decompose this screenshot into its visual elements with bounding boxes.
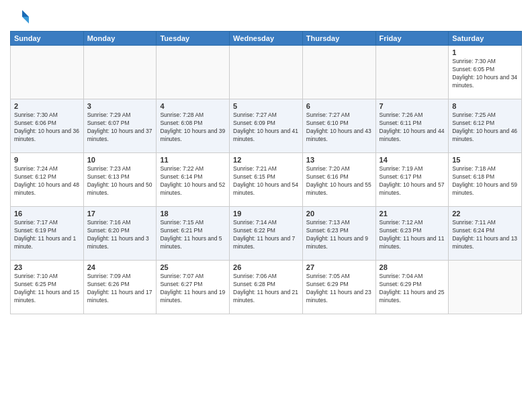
day-info: Sunrise: 7:15 AM Sunset: 6:21 PM Dayligh…	[160, 219, 226, 251]
day-info: Sunrise: 7:24 AM Sunset: 6:12 PM Dayligh…	[14, 165, 80, 197]
weekday-header-thursday: Thursday	[302, 32, 375, 46]
day-info: Sunrise: 7:27 AM Sunset: 6:10 PM Dayligh…	[306, 111, 372, 144]
calendar-cell: 17Sunrise: 7:16 AM Sunset: 6:20 PM Dayli…	[83, 207, 157, 261]
calendar-cell	[230, 46, 303, 99]
calendar-cell: 13Sunrise: 7:20 AM Sunset: 6:16 PM Dayli…	[302, 153, 375, 207]
day-info: Sunrise: 7:16 AM Sunset: 6:20 PM Dayligh…	[87, 219, 153, 251]
day-info: Sunrise: 7:26 AM Sunset: 6:11 PM Dayligh…	[380, 111, 445, 144]
calendar-cell: 18Sunrise: 7:15 AM Sunset: 6:21 PM Dayli…	[157, 207, 230, 261]
day-number: 17	[87, 210, 153, 218]
day-number: 21	[380, 210, 445, 218]
calendar-cell: 6Sunrise: 7:27 AM Sunset: 6:10 PM Daylig…	[302, 99, 375, 153]
day-info: Sunrise: 7:23 AM Sunset: 6:13 PM Dayligh…	[87, 165, 153, 197]
calendar-cell: 2Sunrise: 7:30 AM Sunset: 6:06 PM Daylig…	[11, 99, 84, 153]
day-info: Sunrise: 7:25 AM Sunset: 6:12 PM Dayligh…	[452, 111, 518, 144]
day-number: 10	[87, 156, 153, 164]
calendar-cell: 12Sunrise: 7:21 AM Sunset: 6:15 PM Dayli…	[230, 153, 303, 207]
week-row-5: 23Sunrise: 7:10 AM Sunset: 6:25 PM Dayli…	[11, 261, 522, 314]
calendar-cell: 8Sunrise: 7:25 AM Sunset: 6:12 PM Daylig…	[449, 99, 522, 153]
day-number: 5	[233, 102, 299, 110]
day-number: 19	[233, 210, 299, 218]
logo-icon	[10, 7, 30, 27]
calendar-cell: 24Sunrise: 7:09 AM Sunset: 6:26 PM Dayli…	[83, 261, 157, 314]
day-info: Sunrise: 7:19 AM Sunset: 6:17 PM Dayligh…	[380, 165, 445, 197]
calendar-cell: 16Sunrise: 7:17 AM Sunset: 6:19 PM Dayli…	[11, 207, 84, 261]
calendar-cell: 14Sunrise: 7:19 AM Sunset: 6:17 PM Dayli…	[375, 153, 449, 207]
calendar-cell: 28Sunrise: 7:04 AM Sunset: 6:29 PM Dayli…	[375, 261, 449, 314]
calendar: SundayMondayTuesdayWednesdayThursdayFrid…	[10, 31, 522, 314]
day-number: 22	[452, 210, 518, 218]
weekday-header-friday: Friday	[375, 32, 449, 46]
calendar-cell	[157, 46, 230, 99]
weekday-header-row: SundayMondayTuesdayWednesdayThursdayFrid…	[11, 32, 522, 46]
weekday-header-wednesday: Wednesday	[230, 32, 303, 46]
svg-marker-0	[22, 10, 29, 17]
day-number: 11	[160, 156, 226, 164]
calendar-cell: 23Sunrise: 7:10 AM Sunset: 6:25 PM Dayli…	[11, 261, 84, 314]
day-number: 25	[160, 263, 226, 271]
day-info: Sunrise: 7:21 AM Sunset: 6:15 PM Dayligh…	[233, 165, 299, 197]
day-number: 1	[452, 48, 518, 56]
day-number: 9	[14, 156, 80, 164]
day-number: 23	[14, 263, 80, 271]
calendar-cell	[449, 261, 522, 314]
day-info: Sunrise: 7:13 AM Sunset: 6:23 PM Dayligh…	[306, 219, 372, 251]
day-number: 20	[306, 210, 372, 218]
weekday-header-monday: Monday	[83, 32, 157, 46]
calendar-cell: 27Sunrise: 7:05 AM Sunset: 6:29 PM Dayli…	[302, 261, 375, 314]
day-number: 3	[87, 102, 153, 110]
calendar-cell	[83, 46, 157, 99]
day-info: Sunrise: 7:10 AM Sunset: 6:25 PM Dayligh…	[14, 273, 80, 305]
day-info: Sunrise: 7:17 AM Sunset: 6:19 PM Dayligh…	[14, 219, 80, 251]
day-info: Sunrise: 7:07 AM Sunset: 6:27 PM Dayligh…	[160, 273, 226, 305]
calendar-cell: 21Sunrise: 7:12 AM Sunset: 6:23 PM Dayli…	[375, 207, 449, 261]
day-info: Sunrise: 7:28 AM Sunset: 6:08 PM Dayligh…	[160, 111, 226, 144]
day-number: 7	[380, 102, 445, 110]
day-number: 2	[14, 102, 80, 110]
calendar-cell: 22Sunrise: 7:11 AM Sunset: 6:24 PM Dayli…	[449, 207, 522, 261]
calendar-cell: 1Sunrise: 7:30 AM Sunset: 6:05 PM Daylig…	[449, 46, 522, 99]
day-number: 8	[452, 102, 518, 110]
day-number: 26	[233, 263, 299, 271]
calendar-cell: 3Sunrise: 7:29 AM Sunset: 6:07 PM Daylig…	[83, 99, 157, 153]
calendar-cell: 25Sunrise: 7:07 AM Sunset: 6:27 PM Dayli…	[157, 261, 230, 314]
calendar-cell: 15Sunrise: 7:18 AM Sunset: 6:18 PM Dayli…	[449, 153, 522, 207]
calendar-cell: 7Sunrise: 7:26 AM Sunset: 6:11 PM Daylig…	[375, 99, 449, 153]
page: SundayMondayTuesdayWednesdayThursdayFrid…	[0, 0, 532, 411]
day-info: Sunrise: 7:14 AM Sunset: 6:22 PM Dayligh…	[233, 219, 299, 251]
day-number: 15	[452, 156, 518, 164]
day-info: Sunrise: 7:09 AM Sunset: 6:26 PM Dayligh…	[87, 273, 153, 305]
week-row-4: 16Sunrise: 7:17 AM Sunset: 6:19 PM Dayli…	[11, 207, 522, 261]
calendar-cell: 9Sunrise: 7:24 AM Sunset: 6:12 PM Daylig…	[11, 153, 84, 207]
week-row-2: 2Sunrise: 7:30 AM Sunset: 6:06 PM Daylig…	[11, 99, 522, 153]
calendar-cell: 19Sunrise: 7:14 AM Sunset: 6:22 PM Dayli…	[230, 207, 303, 261]
day-number: 4	[160, 102, 226, 110]
day-number: 18	[160, 210, 226, 218]
day-info: Sunrise: 7:30 AM Sunset: 6:06 PM Dayligh…	[14, 111, 80, 144]
day-info: Sunrise: 7:29 AM Sunset: 6:07 PM Dayligh…	[87, 111, 153, 144]
day-number: 16	[14, 210, 80, 218]
calendar-cell: 5Sunrise: 7:27 AM Sunset: 6:09 PM Daylig…	[230, 99, 303, 153]
day-number: 27	[306, 263, 372, 271]
day-info: Sunrise: 7:04 AM Sunset: 6:29 PM Dayligh…	[380, 273, 445, 305]
day-number: 12	[233, 156, 299, 164]
day-number: 28	[380, 263, 445, 271]
calendar-cell: 26Sunrise: 7:06 AM Sunset: 6:28 PM Dayli…	[230, 261, 303, 314]
day-info: Sunrise: 7:05 AM Sunset: 6:29 PM Dayligh…	[306, 273, 372, 305]
logo	[10, 7, 33, 27]
day-info: Sunrise: 7:11 AM Sunset: 6:24 PM Dayligh…	[452, 219, 518, 251]
week-row-3: 9Sunrise: 7:24 AM Sunset: 6:12 PM Daylig…	[11, 153, 522, 207]
weekday-header-saturday: Saturday	[449, 32, 522, 46]
day-number: 14	[380, 156, 445, 164]
svg-marker-1	[22, 17, 29, 24]
calendar-cell: 4Sunrise: 7:28 AM Sunset: 6:08 PM Daylig…	[157, 99, 230, 153]
day-info: Sunrise: 7:12 AM Sunset: 6:23 PM Dayligh…	[380, 219, 445, 251]
weekday-header-sunday: Sunday	[11, 32, 84, 46]
day-info: Sunrise: 7:22 AM Sunset: 6:14 PM Dayligh…	[160, 165, 226, 197]
day-info: Sunrise: 7:06 AM Sunset: 6:28 PM Dayligh…	[233, 273, 299, 305]
day-info: Sunrise: 7:20 AM Sunset: 6:16 PM Dayligh…	[306, 165, 372, 197]
calendar-cell: 11Sunrise: 7:22 AM Sunset: 6:14 PM Dayli…	[157, 153, 230, 207]
calendar-cell	[375, 46, 449, 99]
day-number: 13	[306, 156, 372, 164]
calendar-cell: 10Sunrise: 7:23 AM Sunset: 6:13 PM Dayli…	[83, 153, 157, 207]
